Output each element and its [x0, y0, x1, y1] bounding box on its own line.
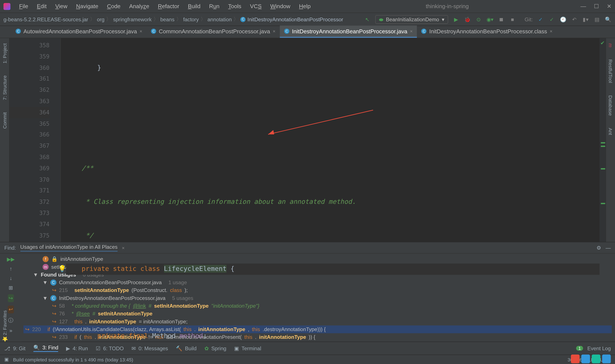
field-icon: f: [43, 256, 49, 262]
profile-button[interactable]: ◉▾: [487, 16, 494, 23]
git-branch-icon: ⎇: [4, 345, 10, 351]
tool-database[interactable]: Database: [607, 93, 614, 117]
search-icon: 🔍: [33, 345, 40, 351]
navbar: g-beans-5.2.2.RELEASE-sources.jar〉 org〉 …: [0, 13, 615, 26]
run-config-selector[interactable]: ⬬BeanInitializationDemo▾: [375, 15, 448, 24]
rerun-icon[interactable]: ▶▶: [7, 256, 15, 262]
bc-factory[interactable]: factory: [183, 16, 199, 22]
prev-icon[interactable]: ↑: [10, 266, 12, 272]
os-tray: [571, 354, 611, 363]
menu-build[interactable]: Build: [184, 3, 204, 10]
tab-label: InitDestroyAnnotationBeanPostProcessor.c…: [429, 28, 547, 34]
line-no: 364: [10, 107, 49, 118]
bc-annotation[interactable]: annotation: [207, 16, 232, 22]
error-stripe[interactable]: ✔: [600, 38, 605, 242]
info-icon[interactable]: ⓘ: [8, 317, 13, 324]
inspection-ok-icon[interactable]: ✔: [600, 40, 605, 46]
export-icon[interactable]: ↩: [8, 306, 14, 313]
stop-button[interactable]: ■: [509, 16, 516, 23]
class-icon: C: [50, 295, 56, 301]
favorites-tool[interactable]: ⭐ 2: Favorites: [2, 311, 7, 342]
class-icon: C: [240, 17, 245, 22]
tab-initdestroy-class[interactable]: CInitDestroyAnnotationBeanPostProcessor.…: [417, 26, 557, 38]
menu-help[interactable]: Help: [295, 3, 314, 10]
tab-common[interactable]: CCommonAnnotationBeanPostProcessor.java×: [147, 26, 280, 38]
git-history-icon[interactable]: 🕘: [560, 16, 567, 23]
tray-sogou-icon[interactable]: [571, 354, 579, 363]
tool-project[interactable]: 1: Project: [1, 42, 8, 65]
run-button[interactable]: ▶: [453, 16, 459, 23]
line-no: 360: [10, 62, 49, 73]
line-no: 369: [10, 163, 49, 174]
group-icon[interactable]: ⊞: [9, 285, 13, 291]
ide-settings-icon[interactable]: ▤: [593, 16, 600, 23]
code-line[interactable]: */: [66, 230, 600, 241]
tab-autowired[interactable]: CAutowiredAnnotationBeanPostProcessor.ja…: [11, 26, 147, 38]
close-button[interactable]: ✕: [607, 3, 612, 10]
close-icon[interactable]: ×: [549, 29, 552, 34]
git-update-icon[interactable]: ✓: [537, 16, 544, 23]
coverage-button[interactable]: ⊙: [475, 16, 482, 23]
menu-view[interactable]: View: [52, 3, 71, 10]
search-everywhere-icon[interactable]: 🔍: [605, 16, 612, 23]
debug-button[interactable]: 🐞: [464, 16, 471, 23]
menu-file[interactable]: File: [16, 3, 32, 10]
minimize-icon[interactable]: —: [605, 245, 611, 251]
menu-analyze[interactable]: Analyze: [126, 3, 153, 10]
menu-edit[interactable]: Edit: [33, 3, 50, 10]
tray-ime-icon[interactable]: [581, 354, 590, 363]
app-logo: [3, 3, 10, 10]
ide-config-icon[interactable]: ▮▾: [582, 16, 589, 23]
menu-navigate[interactable]: Navigate: [72, 3, 102, 10]
code-line[interactable]: private final Method method;: [66, 331, 600, 342]
bc-org[interactable]: org: [97, 16, 104, 22]
window-title: thinking-in-spring: [314, 3, 581, 10]
minimize-button[interactable]: —: [580, 3, 586, 10]
tool-commit[interactable]: Commit: [1, 111, 8, 131]
code-line[interactable]: * Class representing injection informati…: [66, 196, 600, 208]
line-no: 366: [10, 130, 49, 141]
bc-beans[interactable]: beans: [160, 16, 174, 22]
bc-class[interactable]: InitDestroyAnnotationBeanPostProcessor: [247, 16, 343, 22]
menu-window[interactable]: Window: [267, 3, 294, 10]
line-no: 363: [10, 96, 49, 107]
menu-refactor[interactable]: Refactor: [155, 3, 183, 10]
close-icon[interactable]: ×: [273, 29, 275, 34]
code-line[interactable]: }: [66, 62, 600, 73]
btab-find[interactable]: 🔍3: Find: [33, 345, 58, 352]
fold-column[interactable]: [53, 38, 61, 242]
menu-code[interactable]: Code: [104, 3, 124, 10]
breadcrumb[interactable]: g-beans-5.2.2.RELEASE-sources.jar〉 org〉 …: [3, 16, 364, 23]
close-icon[interactable]: ×: [410, 29, 413, 34]
tray-app-icon[interactable]: [592, 354, 600, 363]
tool-maven[interactable]: m: [607, 42, 614, 49]
menu-vcs[interactable]: VCS: [247, 3, 265, 10]
code-area[interactable]: } /** * Class representing injection inf…: [61, 38, 600, 242]
menu-run[interactable]: Run: [206, 3, 223, 10]
maximize-button[interactable]: ☐: [594, 3, 599, 10]
close-icon[interactable]: ×: [139, 29, 142, 34]
tab-initdestroy-java[interactable]: CInitDestroyAnnotationBeanPostProcessor.…: [280, 26, 417, 38]
nav-back-icon[interactable]: ↖: [364, 16, 371, 23]
find-label: Find:: [4, 245, 16, 251]
menu-tools[interactable]: Tools: [225, 3, 245, 10]
btab-git[interactable]: ⎇9: Git: [4, 345, 25, 351]
more-icon[interactable]: »: [10, 328, 12, 334]
tool-ant[interactable]: Ant: [607, 126, 614, 137]
code-line[interactable]: /**: [66, 163, 600, 174]
tray-app-icon[interactable]: [602, 354, 611, 363]
editor[interactable]: 358 359 360 361 362 363 364 365 366 367 …: [10, 38, 605, 242]
bc-jar[interactable]: g-beans-5.2.2.RELEASE-sources.jar: [3, 16, 88, 22]
git-commit-icon[interactable]: ✓: [548, 16, 555, 23]
intention-bulb-icon[interactable]: 💡: [58, 264, 66, 275]
tool-restful[interactable]: RestfulTool: [607, 58, 614, 85]
code-line[interactable]: 💡 private static class LifecycleElement …: [66, 264, 600, 275]
right-toolbar: m RestfulTool Database Ant: [605, 38, 615, 242]
next-icon[interactable]: ↓: [10, 275, 12, 281]
attach-button[interactable]: ⏹: [498, 16, 505, 23]
import-icon[interactable]: ↪: [8, 294, 14, 302]
git-revert-icon[interactable]: ↶: [571, 16, 578, 23]
bc-spring[interactable]: springframework: [113, 16, 152, 22]
toggle-toolwindows-icon[interactable]: ▣: [4, 357, 9, 362]
tool-structure[interactable]: 7: Structure: [1, 74, 8, 102]
